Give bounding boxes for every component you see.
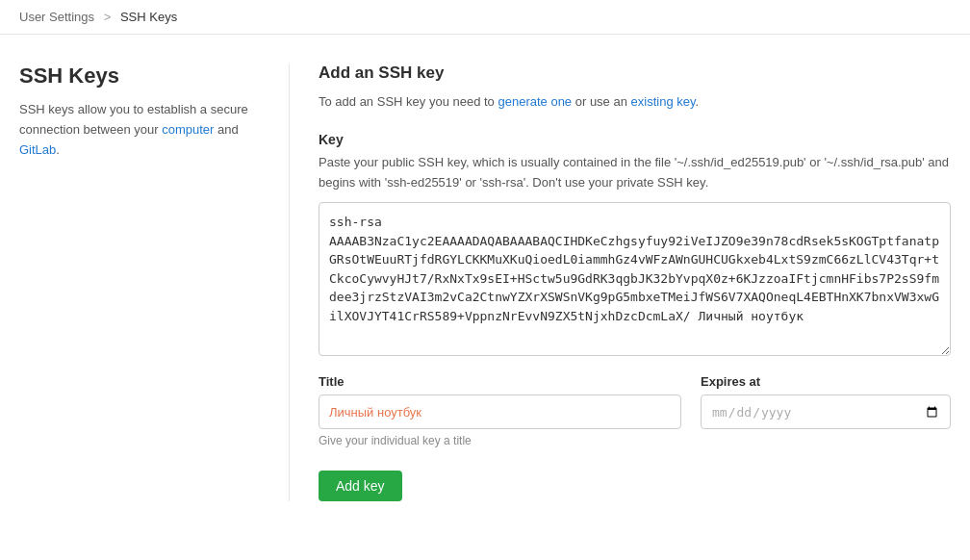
- info-suffix: .: [696, 94, 700, 109]
- title-hint: Give your individual key a title: [319, 434, 681, 447]
- existing-key-link[interactable]: existing key: [631, 94, 696, 109]
- computer-link[interactable]: computer: [162, 122, 214, 137]
- info-prefix: To add an SSH key you need to: [319, 94, 498, 109]
- title-field-group: Title Give your individual key a title: [319, 374, 681, 447]
- breadcrumb-current: SSH Keys: [120, 10, 177, 24]
- key-description: Paste your public SSH key, which is usua…: [319, 153, 951, 193]
- breadcrumb: User Settings > SSH Keys: [0, 0, 970, 35]
- breadcrumb-separator: >: [104, 10, 112, 24]
- title-input[interactable]: [319, 395, 681, 429]
- title-field-label: Title: [319, 374, 681, 389]
- generate-link[interactable]: generate one: [498, 94, 572, 109]
- expires-field-group: Expires at: [701, 374, 951, 429]
- fields-row: Title Give your individual key a title E…: [319, 374, 951, 447]
- page-title: SSH Keys: [19, 64, 260, 89]
- page-container: SSH Keys SSH keys allow you to establish…: [0, 35, 970, 521]
- right-panel: Add an SSH key To add an SSH key you nee…: [319, 64, 951, 501]
- info-text: To add an SSH key you need to generate o…: [319, 92, 951, 113]
- key-textarea[interactable]: ssh-rsa AAAAB3NzaC1yc2EAAAADAQABAAABAQCI…: [319, 202, 951, 356]
- page-description: SSH keys allow you to establish a secure…: [19, 100, 260, 160]
- desc-text-3: .: [56, 142, 60, 157]
- expires-field-label: Expires at: [701, 374, 951, 389]
- add-key-button[interactable]: Add key: [319, 471, 402, 501]
- vertical-divider: [289, 64, 290, 501]
- breadcrumb-parent-link[interactable]: User Settings: [19, 10, 94, 24]
- add-ssh-key-title: Add an SSH key: [319, 64, 951, 83]
- key-section-label: Key: [319, 132, 951, 147]
- left-panel: SSH Keys SSH keys allow you to establish…: [19, 64, 289, 501]
- gitlab-link[interactable]: GitLab: [19, 142, 56, 157]
- desc-text-2: and: [214, 122, 238, 137]
- info-middle: or use an: [572, 94, 630, 109]
- expires-input[interactable]: [701, 395, 951, 429]
